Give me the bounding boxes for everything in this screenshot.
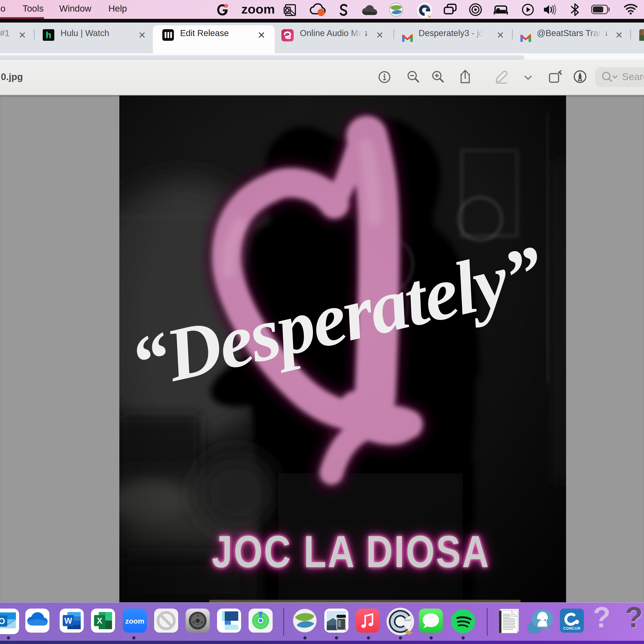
svg-text:O: O <box>0 616 5 626</box>
svg-text:W: W <box>64 616 72 625</box>
svg-text:X: X <box>97 616 102 625</box>
svg-text:zoom: zoom <box>125 617 144 625</box>
svg-text:h: h <box>46 30 51 40</box>
svg-text:CONCUR: CONCUR <box>563 626 581 630</box>
svg-text:JOC LA DIOSA: JOC LA DIOSA <box>212 526 490 577</box>
